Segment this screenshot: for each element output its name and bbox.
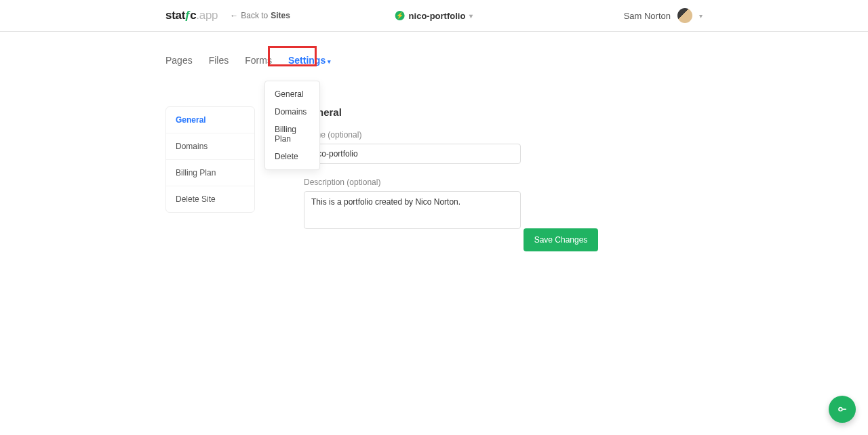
- dropdown-item-domains[interactable]: Domains: [265, 103, 319, 121]
- settings-dropdown: General Domains Billing Plan Delete: [264, 81, 320, 170]
- tab-settings[interactable]: Settings▾: [288, 52, 331, 68]
- chevron-down-icon: ▾: [469, 12, 473, 20]
- logo-prefix: stat: [165, 9, 185, 22]
- tab-bar: Pages Files Forms Settings▾: [165, 52, 703, 68]
- settings-sidebar: General Domains Billing Plan Delete Site: [165, 106, 255, 213]
- page-container: Pages Files Forms Settings▾ General Doma…: [165, 32, 703, 251]
- content-row: General Domains Billing Plan Delete Site…: [165, 106, 703, 251]
- avatar: [677, 8, 692, 23]
- dropdown-item-delete[interactable]: Delete: [265, 148, 319, 165]
- back-sites: Sites: [271, 11, 290, 20]
- tab-forms[interactable]: Forms: [245, 52, 272, 68]
- tab-files[interactable]: Files: [209, 52, 229, 68]
- arrow-left-icon: ←: [230, 11, 238, 20]
- chevron-down-icon: ▾: [328, 58, 331, 65]
- user-menu[interactable]: Sam Norton ▾: [624, 8, 703, 23]
- tab-pages[interactable]: Pages: [165, 52, 193, 68]
- site-badge-icon: ⚡: [395, 11, 405, 20]
- site-switcher[interactable]: ⚡ nico-portfolio ▾: [395, 11, 473, 21]
- chevron-down-icon: ▾: [699, 12, 703, 20]
- sidebar-item-delete[interactable]: Delete Site: [166, 186, 254, 212]
- back-text: Back to: [241, 11, 268, 20]
- settings-main: General Name (optional) Description (opt…: [304, 106, 703, 251]
- logo-app: .app: [196, 9, 218, 22]
- save-changes-button[interactable]: Save Changes: [524, 228, 599, 251]
- dropdown-item-billing[interactable]: Billing Plan: [265, 121, 319, 148]
- logo-suffix: c: [190, 9, 196, 22]
- sidebar-item-general[interactable]: General: [166, 107, 254, 133]
- top-bar: statƒc.app ← Back to Sites ⚡ nico-portfo…: [0, 0, 868, 32]
- topbar-left: statƒc.app ← Back to Sites: [165, 9, 290, 22]
- user-name: Sam Norton: [624, 11, 671, 21]
- dropdown-item-general[interactable]: General: [265, 85, 319, 103]
- name-input[interactable]: [304, 144, 521, 164]
- site-name: nico-portfolio: [409, 11, 466, 21]
- sidebar-item-domains[interactable]: Domains: [166, 133, 254, 160]
- name-label: Name (optional): [304, 130, 703, 140]
- description-label: Description (optional): [304, 178, 703, 187]
- section-title: General: [304, 106, 703, 118]
- description-textarea[interactable]: This is a portfolio created by Nico Nort…: [304, 191, 521, 229]
- logo[interactable]: statƒc.app: [165, 9, 218, 22]
- back-to-sites-link[interactable]: ← Back to Sites: [230, 11, 290, 20]
- tab-settings-label: Settings: [288, 55, 326, 66]
- sidebar-item-billing[interactable]: Billing Plan: [166, 160, 254, 186]
